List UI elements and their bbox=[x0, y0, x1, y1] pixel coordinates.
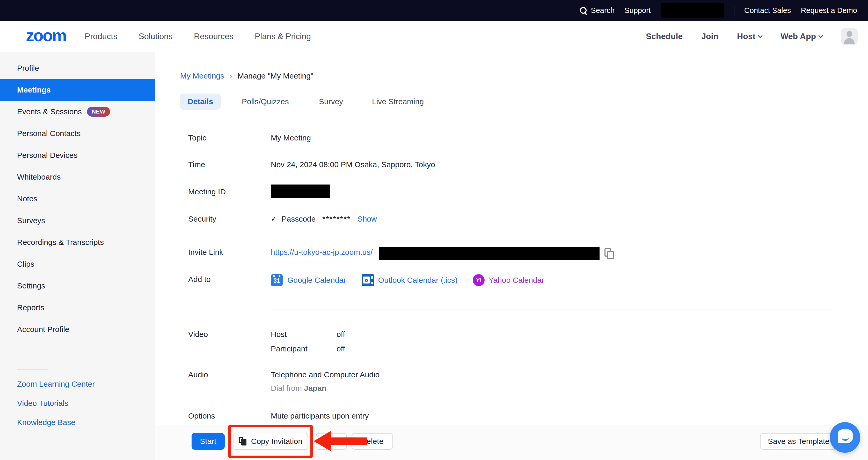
redacted-invite-link bbox=[379, 247, 599, 260]
nav-item-solutions[interactable]: Solutions bbox=[138, 32, 173, 41]
search-button[interactable]: Search bbox=[579, 6, 615, 15]
sidebar-divider bbox=[17, 369, 48, 370]
copy-icon bbox=[239, 437, 247, 446]
yahoo-calendar-icon: Y! bbox=[473, 274, 485, 286]
video-row: Video Host off Participant off bbox=[188, 329, 345, 354]
zoom-learning-center-link[interactable]: Zoom Learning Center bbox=[0, 374, 155, 394]
sidebar-item-clips[interactable]: Clips bbox=[0, 253, 155, 275]
show-passcode-link[interactable]: Show bbox=[358, 214, 377, 224]
tab-polls-quizzes[interactable]: Polls/Quizzes bbox=[242, 93, 289, 110]
nav-item-resources[interactable]: Resources bbox=[194, 32, 234, 41]
topic-label: Topic bbox=[188, 133, 271, 143]
passcode-label: Passcode bbox=[281, 214, 316, 224]
section-divider bbox=[271, 309, 837, 310]
invite-link-label: Invite Link bbox=[188, 247, 271, 257]
new-badge: NEW bbox=[87, 107, 110, 117]
search-label: Search bbox=[591, 6, 615, 15]
chevron-down-icon bbox=[758, 33, 763, 38]
contact-sales-link[interactable]: Contact Sales bbox=[744, 6, 791, 15]
copy-invite-link-button[interactable] bbox=[604, 248, 615, 260]
dial-from-line: Dial from Japan bbox=[271, 383, 379, 394]
breadcrumb-my-meetings[interactable]: My Meetings bbox=[180, 71, 224, 80]
video-participant-row: Participant off bbox=[271, 344, 345, 354]
topic-row: Topic My Meeting bbox=[188, 133, 311, 143]
support-link[interactable]: Support bbox=[624, 6, 651, 15]
nav-item-products[interactable]: Products bbox=[85, 32, 117, 41]
options-label: Options bbox=[188, 411, 271, 421]
sidebar-item-account-profile[interactable]: Account Profile bbox=[0, 318, 155, 340]
top-utility-bar: Search Support Contact Sales Request a D… bbox=[0, 0, 868, 21]
chat-bubble-icon bbox=[838, 429, 853, 443]
google-calendar-icon: 31 bbox=[271, 274, 283, 286]
time-value: Nov 24, 2024 08:00 PM Osaka, Sapporo, To… bbox=[271, 160, 435, 170]
sidebar-item-settings[interactable]: Settings bbox=[0, 275, 155, 297]
time-row: Time Nov 24, 2024 08:00 PM Osaka, Sappor… bbox=[188, 160, 435, 170]
join-link[interactable]: Join bbox=[701, 32, 718, 41]
nav-item-plans-pricing[interactable]: Plans & Pricing bbox=[255, 32, 311, 41]
google-calendar-link[interactable]: Google Calendar bbox=[287, 276, 346, 285]
main-navbar: zoom Products Solutions Resources Plans … bbox=[0, 21, 868, 52]
audio-label: Audio bbox=[188, 370, 271, 394]
sidebar-item-meetings[interactable]: Meetings bbox=[0, 79, 155, 101]
sidebar-item-whiteboards[interactable]: Whiteboards bbox=[0, 166, 155, 188]
sidebar-item-reports[interactable]: Reports bbox=[0, 297, 155, 318]
security-row: Security ✓ Passcode ******** Show bbox=[188, 214, 377, 224]
sidebar-item-personal-devices[interactable]: Personal Devices bbox=[0, 144, 155, 166]
web-app-dropdown[interactable]: Web App bbox=[780, 32, 823, 41]
passcode-masked-value: ******** bbox=[322, 214, 350, 224]
options-value: Mute participants upon entry bbox=[271, 411, 369, 421]
request-demo-link[interactable]: Request a Demo bbox=[801, 6, 857, 15]
video-tutorials-link[interactable]: Video Tutorials bbox=[0, 394, 155, 413]
tab-details[interactable]: Details bbox=[180, 93, 221, 110]
nav-right: Schedule Join Host Web App bbox=[646, 28, 858, 45]
video-participant-value: off bbox=[337, 344, 345, 354]
start-button[interactable]: Start bbox=[192, 433, 225, 450]
schedule-link[interactable]: Schedule bbox=[646, 32, 683, 41]
sidebar-item-events-sessions[interactable]: Events & Sessions NEW bbox=[0, 101, 155, 122]
options-row: Options Mute participants upon entry bbox=[188, 411, 369, 421]
video-host-row: Host off bbox=[271, 329, 345, 340]
copy-invitation-button[interactable]: Copy Invitation bbox=[233, 433, 308, 450]
save-as-template-button[interactable]: Save as Template bbox=[760, 433, 837, 450]
edit-button[interactable]: Edit bbox=[316, 433, 347, 450]
search-icon bbox=[579, 6, 588, 15]
chat-launcher-button[interactable] bbox=[830, 422, 860, 453]
sidebar-item-notes[interactable]: Notes bbox=[0, 188, 155, 210]
avatar[interactable] bbox=[841, 28, 858, 45]
main-content: My Meetings › Manage "My Meeting" Detail… bbox=[155, 52, 868, 460]
security-label: Security bbox=[188, 214, 271, 224]
sidebar: Profile Meetings Events & Sessions NEW P… bbox=[0, 52, 155, 460]
time-label: Time bbox=[188, 160, 271, 170]
video-host-value: off bbox=[337, 329, 345, 340]
invite-link-row: Invite Link https://u-tokyo-ac-jp.zoom.u… bbox=[188, 247, 373, 257]
topbar-divider bbox=[734, 6, 735, 16]
add-to-label: Add to bbox=[188, 274, 271, 285]
page-title: Manage "My Meeting" bbox=[238, 71, 313, 80]
host-dropdown[interactable]: Host bbox=[737, 32, 762, 41]
nav-menu: Products Solutions Resources Plans & Pri… bbox=[85, 32, 311, 41]
tab-survey[interactable]: Survey bbox=[319, 93, 343, 110]
check-icon: ✓ bbox=[271, 214, 277, 224]
yahoo-calendar-link[interactable]: Yahoo Calendar bbox=[489, 276, 545, 285]
knowledge-base-link[interactable]: Knowledge Base bbox=[0, 413, 155, 432]
tab-live-streaming[interactable]: Live Streaming bbox=[372, 93, 424, 110]
redacted-meeting-id bbox=[271, 184, 330, 198]
sidebar-item-recordings-transcripts[interactable]: Recordings & Transcripts bbox=[0, 231, 155, 253]
breadcrumb-separator-icon: › bbox=[229, 71, 232, 81]
video-participant-label: Participant bbox=[271, 344, 337, 354]
meeting-id-row: Meeting ID bbox=[188, 186, 271, 197]
zoom-web-portal: Search Support Contact Sales Request a D… bbox=[0, 0, 868, 460]
invite-link-url[interactable]: https://u-tokyo-ac-jp.zoom.us/ bbox=[271, 247, 373, 257]
zoom-logo[interactable]: zoom bbox=[26, 27, 66, 46]
add-to-row: Add to bbox=[188, 274, 271, 285]
chevron-down-icon bbox=[818, 33, 823, 38]
outlook-calendar-link[interactable]: Outlook Calendar (.ics) bbox=[378, 276, 458, 285]
sidebar-item-surveys[interactable]: Surveys bbox=[0, 210, 155, 231]
breadcrumb: My Meetings › Manage "My Meeting" bbox=[180, 71, 313, 81]
delete-button[interactable]: Delete bbox=[351, 433, 393, 450]
video-label: Video bbox=[188, 329, 271, 354]
footer-action-bar: Start Copy Invitation Edit Delete Save a… bbox=[155, 425, 868, 460]
avatar-person-icon bbox=[846, 31, 852, 37]
sidebar-item-profile[interactable]: Profile bbox=[0, 57, 155, 79]
sidebar-item-personal-contacts[interactable]: Personal Contacts bbox=[0, 122, 155, 144]
